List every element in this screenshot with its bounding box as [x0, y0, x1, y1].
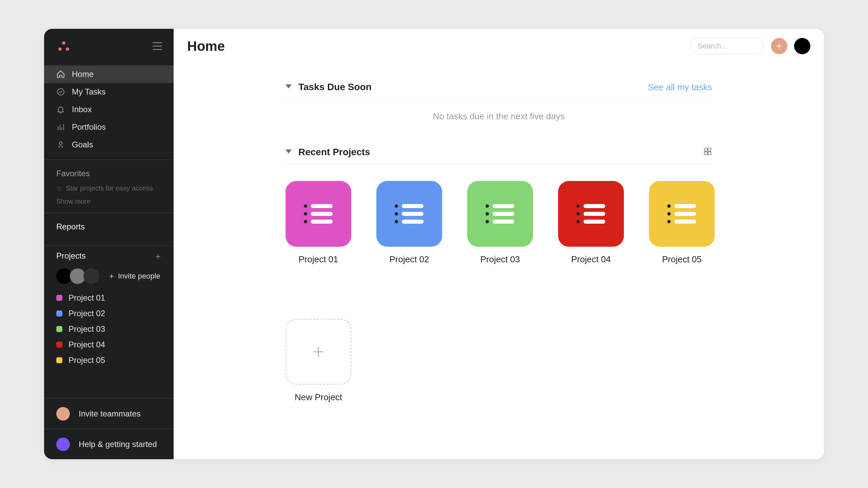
profile-avatar[interactable]: [794, 38, 810, 54]
sidebar-item-portfolios[interactable]: Portfolios: [44, 118, 174, 136]
invite-people-link[interactable]: Invite people: [108, 272, 160, 281]
sidebar-project-item[interactable]: Project 05: [44, 352, 174, 368]
list-icon: [484, 202, 516, 226]
svg-rect-17: [402, 220, 423, 224]
sidebar-item-label: Goals: [72, 140, 93, 149]
show-more-link[interactable]: Show more: [56, 198, 161, 205]
project-name: Project 04: [571, 254, 611, 265]
topbar: Home Search...: [174, 29, 824, 63]
project-name: Project 02: [389, 254, 429, 265]
svg-rect-35: [674, 220, 696, 224]
sidebar-project-item[interactable]: Project 02: [44, 306, 174, 321]
project-color-swatch: [56, 295, 62, 301]
project-tile: [558, 181, 624, 247]
sidebar-item-my-tasks[interactable]: My Tasks: [44, 83, 174, 101]
project-card[interactable]: Project 05: [649, 181, 715, 265]
project-tile: [467, 181, 533, 247]
check-circle-icon: [56, 87, 65, 96]
new-project-button[interactable]: [285, 319, 351, 385]
search-input[interactable]: Search...: [690, 38, 764, 54]
project-name: Project 05: [662, 254, 702, 265]
reports-label: Reports: [56, 222, 85, 231]
new-project-row: New Project: [285, 265, 712, 403]
project-card[interactable]: Project 03: [467, 181, 533, 265]
svg-rect-3: [708, 148, 711, 151]
sidebar-item-reports[interactable]: Reports: [44, 213, 174, 240]
project-item-label: Project 05: [68, 355, 105, 365]
svg-rect-15: [402, 212, 423, 216]
projects-label: Projects: [56, 251, 86, 261]
svg-rect-19: [493, 204, 514, 208]
list-icon: [575, 202, 607, 226]
sidebar-project-item[interactable]: Project 04: [44, 337, 174, 352]
project-card[interactable]: Project 04: [558, 181, 624, 265]
favorites-section: Favorites Star projects for easy access …: [44, 160, 174, 205]
sidebar-project-item[interactable]: Project 03: [44, 321, 174, 337]
svg-rect-23: [493, 220, 514, 224]
add-project-icon[interactable]: [155, 252, 161, 259]
sidebar-item-home[interactable]: Home: [44, 65, 174, 83]
add-button[interactable]: [771, 38, 787, 54]
page-title: Home: [187, 39, 225, 54]
app-logo: [58, 41, 69, 51]
svg-point-20: [486, 212, 489, 216]
project-item-label: Project 01: [68, 293, 105, 303]
svg-rect-31: [674, 204, 696, 208]
help-icon: [56, 438, 70, 451]
project-card[interactable]: Project 01: [285, 181, 351, 265]
invite-teammates-label: Invite teammates: [79, 409, 141, 419]
project-color-swatch: [56, 357, 62, 363]
svg-rect-21: [493, 212, 514, 216]
project-color-swatch: [56, 326, 62, 332]
see-all-tasks-link[interactable]: See all my tasks: [648, 82, 712, 93]
grid-view-icon[interactable]: [703, 147, 712, 157]
project-item-label: Project 03: [68, 324, 105, 334]
hamburger-icon[interactable]: [153, 42, 162, 50]
new-project-label: New Project: [285, 392, 351, 403]
invite-teammates-button[interactable]: Invite teammates: [44, 398, 174, 429]
plus-icon: [108, 273, 115, 279]
caret-down-icon[interactable]: [285, 149, 292, 155]
avatar: [83, 268, 99, 284]
svg-point-34: [667, 220, 671, 223]
sidebar-project-item[interactable]: Project 01: [44, 290, 174, 306]
caret-down-icon[interactable]: [285, 84, 292, 90]
sidebar-item-goals[interactable]: Goals: [44, 136, 174, 154]
tasks-due-header: Tasks Due Soon See all my tasks: [285, 77, 712, 97]
project-name: Project 03: [480, 254, 520, 265]
project-tile: [376, 181, 442, 247]
goal-icon: [56, 140, 65, 149]
svg-point-10: [304, 220, 307, 223]
plus-icon: [311, 344, 326, 359]
project-color-swatch: [56, 310, 62, 317]
svg-rect-5: [708, 152, 711, 155]
help-button[interactable]: Help & getting started: [44, 429, 174, 459]
list-icon: [393, 202, 426, 226]
svg-point-8: [304, 212, 307, 216]
bell-icon: [56, 105, 65, 114]
svg-rect-2: [704, 148, 707, 151]
section-title: Recent Projects: [298, 147, 370, 158]
project-card[interactable]: Project 02: [376, 181, 442, 265]
svg-point-12: [395, 204, 398, 208]
svg-point-32: [667, 212, 671, 216]
svg-point-24: [576, 204, 580, 208]
sidebar-item-label: My Tasks: [72, 87, 106, 97]
svg-rect-4: [704, 152, 707, 155]
svg-rect-7: [311, 204, 333, 208]
content: Tasks Due Soon See all my tasks No tasks…: [174, 63, 824, 459]
plus-icon: [775, 42, 783, 50]
list-icon: [302, 202, 335, 226]
bar-chart-icon: [56, 123, 65, 131]
section-title: Tasks Due Soon: [298, 82, 372, 93]
sidebar-item-inbox[interactable]: Inbox: [44, 101, 174, 118]
svg-rect-33: [674, 212, 696, 216]
svg-point-6: [304, 204, 307, 208]
project-item-label: Project 04: [68, 340, 105, 349]
star-icon: [56, 185, 62, 191]
sidebar-item-label: Inbox: [72, 105, 92, 114]
svg-point-14: [395, 212, 398, 216]
svg-rect-29: [584, 220, 605, 224]
sidebar-nav: Home My Tasks Inbox Portfolios: [44, 63, 174, 154]
sidebar-item-label: Portfolios: [72, 122, 106, 132]
